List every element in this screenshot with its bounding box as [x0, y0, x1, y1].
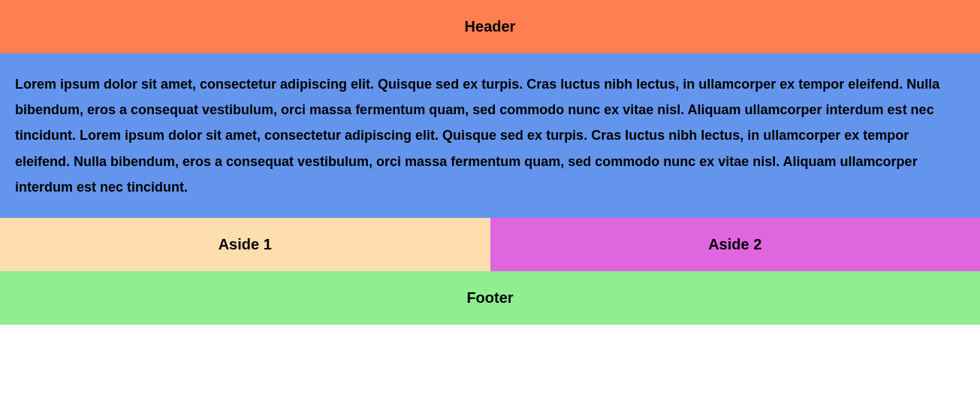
footer-label: Footer	[466, 289, 513, 306]
main-content-section: Lorem ipsum dolor sit amet, consectetur …	[0, 53, 980, 218]
page-layout: Header Lorem ipsum dolor sit amet, conse…	[0, 0, 980, 325]
aside-1-section: Aside 1	[0, 218, 490, 271]
aside-2-label: Aside 2	[708, 236, 761, 252]
aside-1-label: Aside 1	[219, 236, 272, 252]
header-section: Header	[0, 0, 980, 53]
asides-row: Aside 1 Aside 2	[0, 218, 980, 271]
header-title: Header	[465, 18, 516, 35]
main-content-text: Lorem ipsum dolor sit amet, consectetur …	[15, 77, 939, 195]
footer-section: Footer	[0, 271, 980, 325]
aside-2-section: Aside 2	[490, 218, 981, 271]
